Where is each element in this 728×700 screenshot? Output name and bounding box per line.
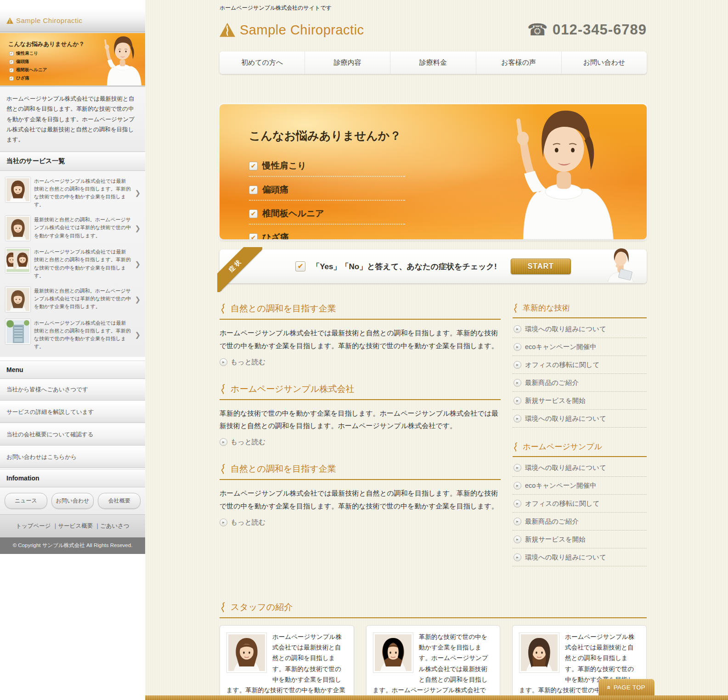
mini-services-title: 当社のサービス一覧 xyxy=(0,152,145,171)
widget-link[interactable]: ▸最新商品のご紹介 xyxy=(513,513,647,531)
contact-button[interactable]: お問い合わせ xyxy=(51,493,94,509)
hero-banner: こんなお悩みありませんか？ ✔慢性肩こり ✔偏頭痛 ✔椎間板ヘルニア ✔ひざ痛 xyxy=(220,104,647,239)
company-button[interactable]: 会社概要 xyxy=(98,493,141,509)
mini-info-buttons: ニュース お問い合わせ 会社概要 xyxy=(0,487,145,514)
checkbox-icon: ✔ xyxy=(295,261,305,271)
mini-hero-item: ✔慢性肩こり xyxy=(9,51,38,56)
widget-title: 革新的な技術 xyxy=(523,303,570,313)
widget-link[interactable]: ▸環境への取り組みについて xyxy=(513,459,647,477)
logo-triangle-icon xyxy=(220,23,235,37)
circle-arrow-icon: ▸ xyxy=(514,379,521,387)
ribbon-corner: 症状 xyxy=(217,247,262,292)
site-header: Sample Chiropractic ☎ 012-345-6789 xyxy=(220,18,647,42)
news-widget: 革新的な技術 ▸環境への取り組みについて ▸ecoキャンペーン開催中 ▸オフィス… xyxy=(513,303,647,428)
service-thumbnail xyxy=(6,177,30,202)
read-more-link[interactable]: ▸もっと読む xyxy=(220,518,501,527)
service-thumbnail-building xyxy=(6,319,30,344)
site-logo[interactable]: Sample Chiropractic xyxy=(220,23,364,38)
mini-hero-title: こんなお悩みありませんか？ xyxy=(8,40,85,48)
mini-information-title: Infomation xyxy=(0,469,145,487)
hero-symptom-item: ✔偏頭痛 xyxy=(249,180,405,201)
site-logo-text: Sample Chiropractic xyxy=(240,23,364,38)
circle-arrow-icon: ▸ xyxy=(514,415,521,423)
bottom-accent-bar xyxy=(145,695,728,700)
sample-widget: ホームページサンプル ▸環境への取り組みについて ▸ecoキャンペーン開催中 ▸… xyxy=(513,441,647,566)
service-list-item[interactable]: ホームページサンプル株式会社では最新技術と自然との調和を目指します。革新的な技術… xyxy=(0,316,145,354)
widget-link[interactable]: ▸環境への取り組みについて xyxy=(513,320,647,338)
service-list-item[interactable]: ホームページサンプル株式会社では最新技術と自然との調和を目指します。革新的な技術… xyxy=(0,244,145,283)
news-button[interactable]: ニュース xyxy=(5,493,47,509)
content-section: 自然との調和を目指す企業 ホームページサンプル株式会社では最新技術と自然との調和… xyxy=(220,303,501,367)
mini-footer-links[interactable]: トップページ ｜サービス概要 ｜ごあいさつ xyxy=(0,514,145,537)
circle-arrow-icon: ▸ xyxy=(514,553,521,561)
widget-link[interactable]: ▸ecoキャンペーン開催中 xyxy=(513,338,647,356)
section-swirl-icon xyxy=(220,384,227,394)
site-description: ホームページサンプル株式会社のサイトです xyxy=(220,0,647,12)
mini-hero-item: ✔椎間板ヘルニア xyxy=(9,67,47,73)
widget-link[interactable]: ▸ecoキャンペーン開催中 xyxy=(513,477,647,495)
nav-treatment[interactable]: 診療内容 xyxy=(305,51,390,74)
symptom-check-text: 「Yes」「No」と答えて、あなたの症状をチェック! xyxy=(312,261,497,272)
menu-item-contact[interactable]: お問い合わせはこちらから xyxy=(0,446,145,468)
read-more-link[interactable]: ▸もっと読む xyxy=(220,438,501,446)
circle-arrow-icon: ▸ xyxy=(514,343,521,351)
mini-logo[interactable]: Sample Chiropractic xyxy=(6,17,83,24)
logo-triangle-icon xyxy=(6,17,13,24)
service-list-item[interactable]: 最新技術と自然との調和。ホームページサンプル株式会社では革新的な技術で世の中を動… xyxy=(0,212,145,244)
checkbox-icon: ✔ xyxy=(9,60,14,64)
page-top-button[interactable]: » PAGE TOP xyxy=(598,679,655,696)
widget-link[interactable]: ▸オフィスの移転に関して xyxy=(513,356,647,374)
section-title: ホームページサンプル株式会社 xyxy=(231,383,355,395)
mini-hero-item: ✔ひざ痛 xyxy=(9,75,29,81)
chevron-right-icon: ❯ xyxy=(135,295,141,304)
page: Sample Chiropractic こんなお悩みありませんか？ ✔慢性肩こり… xyxy=(0,0,728,700)
circle-arrow-icon: ▸ xyxy=(514,482,521,490)
circle-arrow-icon: ▸ xyxy=(220,358,227,366)
mini-hero-item: ✔偏頭痛 xyxy=(9,59,29,65)
widget-link[interactable]: ▸環境への取り組みについて xyxy=(513,548,647,566)
double-chevron-up-icon: » xyxy=(604,685,612,689)
content-section: ホームページサンプル株式会社 革新的な技術で世の中を動かす企業を目指します。ホー… xyxy=(220,383,501,447)
main-nav: 初めての方へ 診療内容 診療料金 お客様の声 お問い合わせ xyxy=(220,51,647,74)
start-button[interactable]: START xyxy=(511,259,571,274)
mini-header: Sample Chiropractic xyxy=(0,9,145,32)
menu-item-greeting[interactable]: 当社から皆様へごあいさつです xyxy=(0,379,145,401)
hero-title: こんなお悩みありませんか？ xyxy=(249,128,405,143)
service-thumbnail xyxy=(6,216,30,241)
widget-link[interactable]: ▸オフィスの移転に関して xyxy=(513,495,647,513)
circle-arrow-icon: ▸ xyxy=(514,361,521,369)
menu-item-company[interactable]: 当社の会社概要について確認する xyxy=(0,424,145,446)
staff-photo xyxy=(519,632,559,673)
mini-menu: 当社から皆様へごあいさつです サービスの詳細を解説しています 当社の会社概要につ… xyxy=(0,379,145,468)
circle-arrow-icon: ▸ xyxy=(220,519,227,526)
staff-title: スタッフの紹介 xyxy=(231,601,293,613)
service-list-item[interactable]: ホームページサンプル株式会社では最新技術と自然との調和を目指します。革新的な技術… xyxy=(0,174,145,212)
widget-link[interactable]: ▸新規サービスを開始 xyxy=(513,531,647,548)
section-title: 自然との調和を目指す企業 xyxy=(231,303,336,315)
widget-link[interactable]: ▸最新商品のご紹介 xyxy=(513,374,647,392)
menu-item-service-detail[interactable]: サービスの詳細を解説しています xyxy=(0,401,145,423)
nav-contact[interactable]: お問い合わせ xyxy=(561,51,647,74)
mini-logo-text: Sample Chiropractic xyxy=(16,17,83,24)
mini-intro-text: ホームページサンプル株式会社では最新技術と自然との調和を目指します。革新的な技術… xyxy=(0,87,145,152)
widget-link[interactable]: ▸環境への取り組みについて xyxy=(513,410,647,428)
service-list-item[interactable]: 最新技術と自然との調和。ホームページサンプル株式会社では革新的な技術で世の中を動… xyxy=(0,283,145,316)
phone-block: ☎ 012-345-6789 xyxy=(527,22,647,38)
mini-copyright: © Copyright サンプル株式会社 All Rights Reseved. xyxy=(0,537,145,554)
nurse-pointing-illustration xyxy=(88,34,145,85)
circle-arrow-icon: ▸ xyxy=(514,325,521,333)
nav-first-visit[interactable]: 初めての方へ xyxy=(220,51,305,74)
widget-link[interactable]: ▸新規サービスを開始 xyxy=(513,392,647,410)
mini-site-preview: Sample Chiropractic こんなお悩みありませんか？ ✔慢性肩こり… xyxy=(0,0,145,554)
section-swirl-icon xyxy=(220,304,227,314)
nav-fees[interactable]: 診療料金 xyxy=(390,51,475,74)
chevron-right-icon: ❯ xyxy=(135,224,141,232)
read-more-link[interactable]: ▸もっと読む xyxy=(220,358,501,367)
section-body: 革新的な技術で世の中を動かす企業を目指します。ホームページサンプル株式会社では最… xyxy=(220,407,501,433)
staff-card: 革新的な技術で世の中を動かす企業を目指します。ホームページサンプル株式会社では最… xyxy=(366,625,501,700)
checkbox-icon: ✔ xyxy=(249,186,258,194)
nav-voices[interactable]: お客様の声 xyxy=(476,51,561,74)
section-swirl-icon xyxy=(220,602,227,612)
sidebar-column: 革新的な技術 ▸環境への取り組みについて ▸ecoキャンペーン開催中 ▸オフィス… xyxy=(513,303,647,580)
staff-section: スタッフの紹介 ホームページサンプル株式会社では最新技術と自然との調和を目指しま… xyxy=(220,601,647,700)
